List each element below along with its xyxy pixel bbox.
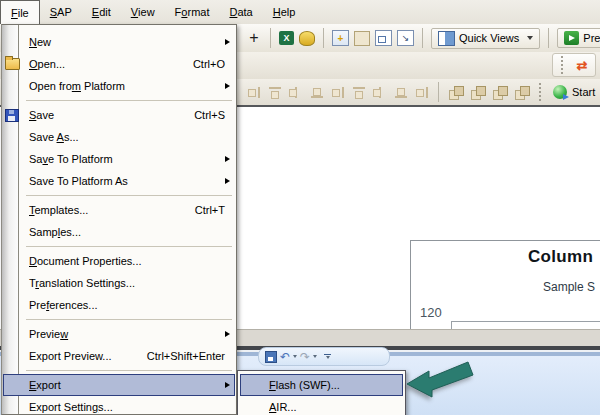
distribute-vertically-icon[interactable]	[351, 85, 367, 100]
save-icon[interactable]	[265, 351, 277, 363]
menubar-item-sap[interactable]: SAP	[40, 0, 82, 24]
menu-item-label: Preview	[3, 328, 68, 340]
chart-title: Column	[528, 247, 593, 267]
toolbar-grip	[539, 83, 544, 101]
export-submenu-popup: Flash (SWF)...AIR...	[237, 370, 406, 415]
fit-canvas-to-window-icon[interactable]	[375, 30, 392, 46]
toolbar-separator	[323, 28, 324, 48]
file-menu-item-preview[interactable]: Preview	[3, 323, 235, 345]
center-horizontally-icon[interactable]	[288, 85, 304, 100]
data-manager-icon[interactable]	[299, 31, 315, 46]
submenu-arrow-icon	[225, 178, 230, 184]
application-window: FileSAPEditViewFormatDataHelp + X + ↘ Qu…	[0, 0, 600, 415]
toolbar-grip	[561, 56, 566, 74]
submenu-arrow-icon	[225, 156, 230, 162]
send-to-back-icon[interactable]	[513, 85, 530, 100]
menu-item-label: Document Properties...	[3, 255, 142, 267]
menu-item-label: Samples...	[3, 226, 81, 238]
menu-separator	[2, 243, 236, 250]
menu-item-label: Open from Platform	[3, 80, 125, 92]
start-label[interactable]: Start	[572, 86, 595, 98]
toolbar-separator	[438, 82, 439, 102]
toolbar-separator	[548, 28, 549, 48]
menubar-item-data[interactable]: Data	[219, 0, 262, 24]
export-submenu-item-flash-swf[interactable]: Flash (SWF)...	[240, 374, 403, 396]
menu-item-label: Save To Platform As	[3, 175, 128, 187]
space-evenly-icon[interactable]	[330, 85, 346, 100]
quick-views-button[interactable]: Quick Views	[431, 28, 540, 49]
preview-play-icon	[564, 31, 579, 45]
undo-dropdown-icon[interactable]	[293, 355, 297, 358]
file-menu-item-new[interactable]: New	[3, 31, 235, 53]
file-menu-item-export[interactable]: Export	[3, 374, 235, 396]
align-bottom-icon[interactable]	[309, 85, 325, 100]
file-menu-item-save-to-platform[interactable]: Save To Platform	[3, 148, 235, 170]
export-submenu-item-air[interactable]: AIR...	[240, 396, 403, 415]
file-menu-item-save-to-platform-as[interactable]: Save To Platform As	[3, 170, 235, 192]
add-icon[interactable]: +	[246, 29, 262, 47]
undo-icon[interactable]: ↶	[280, 352, 290, 362]
menu-item-label: New	[3, 36, 51, 48]
align-top-icon[interactable]	[267, 85, 283, 100]
menubar-item-help[interactable]: Help	[263, 0, 306, 24]
file-menu-item-save-as[interactable]: Save As...	[3, 126, 235, 148]
file-menu-item-export-preview[interactable]: Export Preview...Ctrl+Shift+Enter	[3, 345, 235, 367]
distribute-horizontally-icon[interactable]	[372, 85, 388, 100]
file-menu-popup: NewOpen...Ctrl+OOpen from PlatformSaveCt…	[1, 24, 237, 415]
same-size-icon[interactable]	[414, 85, 430, 100]
menu-separator	[2, 192, 236, 199]
menu-item-label: Export Preview...	[3, 350, 112, 362]
chart-subtitle: Sample S	[543, 280, 595, 294]
start-icon[interactable]	[553, 85, 567, 99]
quick-views-label: Quick Views	[459, 32, 519, 44]
menu-item-label: Templates...	[3, 204, 88, 216]
file-menu-item-save[interactable]: SaveCtrl+S	[3, 104, 235, 126]
excel-import-icon[interactable]: X	[279, 31, 294, 45]
submenu-arrow-icon	[225, 39, 230, 45]
bring-forward-icon[interactable]	[469, 85, 486, 100]
menu-item-shortcut: Ctrl+O	[193, 53, 225, 75]
customize-quick-access-icon[interactable]	[324, 354, 331, 360]
menu-item-label: Preferences...	[3, 299, 98, 311]
submenu-arrow-icon	[225, 382, 230, 388]
menubar-item-file[interactable]: File	[0, 0, 40, 24]
resize-canvas-icon[interactable]: ↘	[397, 30, 414, 46]
excel-quick-access-toolbar: ↶ ↷	[258, 347, 390, 366]
column-chart-component[interactable]: Column Sample S 120	[410, 240, 600, 334]
chart-gridline	[451, 321, 600, 322]
redo-dropdown-icon[interactable]	[313, 355, 317, 358]
toolbar-separator	[422, 28, 423, 48]
toolbar-separator	[270, 28, 271, 48]
save-disk-icon	[5, 109, 19, 122]
menubar-item-edit[interactable]: Edit	[82, 0, 121, 24]
bring-to-front-icon[interactable]	[447, 85, 464, 100]
file-menu-item-preferences[interactable]: Preferences...	[3, 294, 235, 316]
file-menu-item-templates[interactable]: Templates...Ctrl+T	[3, 199, 235, 221]
menubar-item-view[interactable]: View	[121, 0, 165, 24]
menubar-item-format[interactable]: Format	[165, 0, 220, 24]
file-menu-item-export-settings[interactable]: Export Settings...	[3, 396, 235, 415]
file-menu-item-samples[interactable]: Samples...	[3, 221, 235, 243]
align-right-icon[interactable]	[246, 85, 262, 100]
menu-item-label: Translation Settings...	[3, 277, 135, 289]
menu-item-label: Save As...	[3, 131, 79, 143]
open-folder-icon	[5, 58, 20, 70]
trim-canvas-icon[interactable]	[354, 31, 370, 46]
send-backward-icon[interactable]	[491, 85, 508, 100]
submenu-arrow-icon	[225, 83, 230, 89]
sap-transfer-icon[interactable]: ⇄	[573, 57, 591, 73]
file-menu-item-translation-settings[interactable]: Translation Settings...	[3, 272, 235, 294]
menu-item-shortcut: Ctrl+Shift+Enter	[147, 345, 225, 367]
same-height-icon[interactable]	[393, 85, 409, 100]
redo-icon[interactable]: ↷	[300, 352, 310, 362]
submenu-arrow-icon	[225, 331, 230, 337]
menu-item-label: Export Settings...	[3, 401, 113, 413]
add-canvas-icon[interactable]: +	[332, 30, 349, 46]
sap-mini-toolbar: ⇄	[552, 53, 596, 77]
quick-views-icon	[438, 31, 455, 46]
file-menu-item-open[interactable]: Open...Ctrl+O	[3, 53, 235, 75]
file-menu-item-document-properties[interactable]: Document Properties...	[3, 250, 235, 272]
preview-button[interactable]: Preview	[557, 28, 600, 48]
file-menu-item-open-from-platform[interactable]: Open from Platform	[3, 75, 235, 97]
chevron-down-icon	[527, 36, 533, 40]
